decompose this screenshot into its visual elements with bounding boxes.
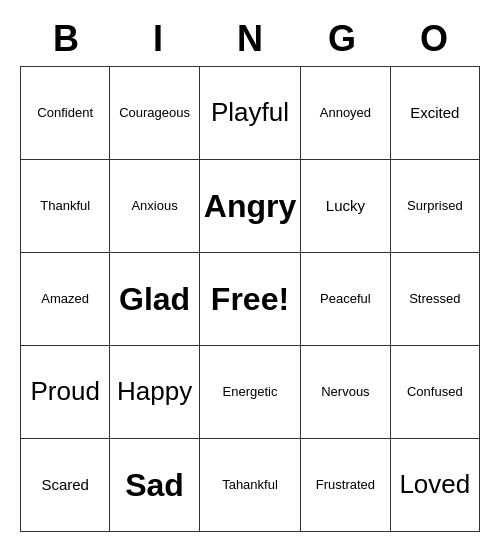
- cell-r0-c2: Playful: [200, 67, 301, 160]
- cell-r4-c0: Scared: [21, 439, 110, 532]
- cell-text-r1-c1: Anxious: [131, 198, 177, 214]
- cell-text-r4-c0: Scared: [41, 476, 89, 494]
- cell-text-r4-c2: Tahankful: [222, 477, 278, 493]
- cell-text-r4-c1: Sad: [125, 466, 184, 504]
- cell-text-r2-c1: Glad: [119, 280, 190, 318]
- cell-text-r1-c2: Angry: [204, 187, 296, 225]
- cell-r4-c3: Frustrated: [301, 439, 390, 532]
- cell-text-r3-c4: Confused: [407, 384, 463, 400]
- cell-r1-c0: Thankful: [21, 160, 110, 253]
- cell-text-r3-c0: Proud: [30, 376, 99, 407]
- cell-text-r2-c4: Stressed: [409, 291, 460, 307]
- cell-r2-c0: Amazed: [21, 253, 110, 346]
- cell-r4-c2: Tahankful: [200, 439, 301, 532]
- cell-r3-c4: Confused: [391, 346, 480, 439]
- cell-text-r2-c3: Peaceful: [320, 291, 371, 307]
- cell-r2-c2: Free!: [200, 253, 301, 346]
- cell-text-r0-c3: Annoyed: [320, 105, 371, 121]
- cell-text-r0-c2: Playful: [211, 97, 289, 128]
- cell-text-r4-c3: Frustrated: [316, 477, 375, 493]
- header-letter-n: N: [204, 12, 296, 66]
- header-letter-b: B: [20, 12, 112, 66]
- cell-r3-c0: Proud: [21, 346, 110, 439]
- header-letter-i: I: [112, 12, 204, 66]
- cell-r3-c1: Happy: [110, 346, 199, 439]
- cell-r2-c4: Stressed: [391, 253, 480, 346]
- cell-r4-c4: Loved: [391, 439, 480, 532]
- header-letter-g: G: [296, 12, 388, 66]
- cell-text-r0-c0: Confident: [37, 105, 93, 121]
- cell-text-r2-c0: Amazed: [41, 291, 89, 307]
- cell-text-r1-c3: Lucky: [326, 197, 365, 215]
- cell-r1-c1: Anxious: [110, 160, 199, 253]
- cell-r1-c3: Lucky: [301, 160, 390, 253]
- bingo-header: BINGO: [20, 12, 480, 66]
- bingo-card: BINGO ConfidentCourageousPlayfulAnnoyedE…: [20, 12, 480, 532]
- cell-r0-c4: Excited: [391, 67, 480, 160]
- bingo-grid: ConfidentCourageousPlayfulAnnoyedExcited…: [20, 66, 480, 532]
- cell-text-r3-c3: Nervous: [321, 384, 369, 400]
- header-letter-o: O: [388, 12, 480, 66]
- cell-r1-c4: Surprised: [391, 160, 480, 253]
- cell-r1-c2: Angry: [200, 160, 301, 253]
- cell-text-r1-c4: Surprised: [407, 198, 463, 214]
- cell-r2-c1: Glad: [110, 253, 199, 346]
- cell-text-r3-c1: Happy: [117, 376, 192, 407]
- cell-text-r0-c1: Courageous: [119, 105, 190, 121]
- cell-r3-c3: Nervous: [301, 346, 390, 439]
- cell-text-r2-c2: Free!: [211, 280, 289, 318]
- cell-text-r0-c4: Excited: [410, 104, 459, 122]
- cell-text-r1-c0: Thankful: [40, 198, 90, 214]
- cell-r0-c0: Confident: [21, 67, 110, 160]
- cell-r0-c1: Courageous: [110, 67, 199, 160]
- cell-r0-c3: Annoyed: [301, 67, 390, 160]
- cell-text-r3-c2: Energetic: [223, 384, 278, 400]
- cell-text-r4-c4: Loved: [399, 469, 470, 500]
- cell-r4-c1: Sad: [110, 439, 199, 532]
- cell-r3-c2: Energetic: [200, 346, 301, 439]
- cell-r2-c3: Peaceful: [301, 253, 390, 346]
